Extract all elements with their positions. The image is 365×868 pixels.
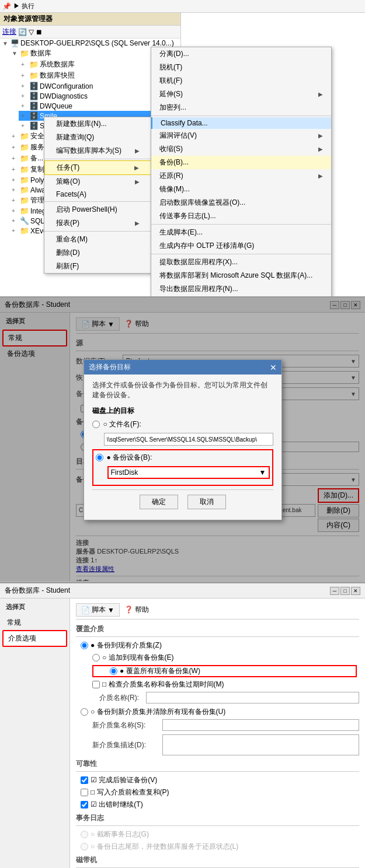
sql-folder-icon: 🔧	[20, 216, 29, 225]
overwrite-line	[76, 636, 359, 637]
ctx2-restore[interactable]: 还原(R) ▶	[151, 169, 331, 183]
ctx2-translog[interactable]: 传送事务日志(L)...	[151, 209, 331, 223]
script-button-3[interactable]: 📄 脚本 ▼	[76, 603, 120, 617]
maximize-btn-3[interactable]: □	[340, 587, 350, 595]
modal-close-btn[interactable]: ✕	[270, 363, 277, 372]
ctx2-shrink[interactable]: 收缩(S) ▶	[151, 142, 331, 156]
modal-disk-section: 磁盘上的目标	[92, 406, 273, 416]
left-panel-item-media-3[interactable]: 介质选项	[2, 630, 67, 647]
ctx1-report[interactable]: 报表(P) ▶	[44, 216, 151, 230]
ctx2-online[interactable]: 联机(F)	[151, 74, 331, 88]
overwrite-header: 覆盖介质	[76, 624, 359, 634]
window-bar-3: 备份数据库 - Student ─ □ ✕	[0, 583, 365, 598]
modal-file-input[interactable]	[104, 433, 273, 446]
radio-overwrite-label: ● 覆盖所有现有备份集(W)	[120, 666, 200, 676]
ctx1-sep3	[44, 231, 151, 232]
ctx2-gen-oltp[interactable]: 生成内存中 OLTP 迁移清单(G)	[151, 239, 331, 253]
ctx2-mirror-monitor[interactable]: 启动数据库镜像监视器(O)...	[151, 196, 331, 209]
check-continue-row: ☑ 出错时继续(T)	[76, 800, 359, 810]
server-label: DESKTOP-GUELRP2\SQLS (SQL Server 14.0...…	[20, 39, 174, 47]
right-panel-3: 📄 脚本 ▼ ❓ 帮助 覆盖介质 ● 备份到现有介质集(Z) ○ 追加到现有备份…	[70, 598, 365, 868]
modal-radio-device-label: ● 备份设备(B):	[107, 453, 152, 463]
modal-radio-device[interactable]	[96, 454, 103, 461]
ctx2-encrypt[interactable]: 加密列...	[151, 101, 331, 114]
serverobj-folder-icon: 📁	[20, 143, 29, 152]
polye-folder-icon: 📁	[20, 176, 29, 184]
toolbar-stop-icon[interactable]: ⏹	[36, 28, 43, 36]
right-toolbar-3: 📄 脚本 ▼ ❓ 帮助	[76, 603, 359, 620]
context-menu-2-tasks: 分离(D)... 脱机(T) 联机(F) 延伸(S) ▶ 加密列... Clas…	[151, 47, 332, 298]
ctx2-extract[interactable]: 提取数据层应用程序(X)...	[151, 256, 331, 269]
close-btn-3[interactable]: ✕	[351, 587, 360, 595]
media-name-input[interactable]	[146, 692, 359, 704]
manage-label: 管理	[30, 195, 44, 205]
script-icon-3: 📄	[81, 606, 90, 614]
sysdb-label: 系统数据库	[40, 60, 75, 69]
modal-cancel-btn[interactable]: 取消	[187, 495, 226, 509]
left-panel-item-general-3[interactable]: 常规	[2, 615, 67, 630]
check-continue[interactable]	[81, 801, 88, 808]
new-media-name-input[interactable]	[162, 719, 359, 731]
ctx2-stretch[interactable]: 延伸(S) ▶	[151, 88, 331, 101]
ctx2-export[interactable]: 导出数据层应用程序(N)...	[151, 282, 331, 296]
window-controls-3: ─ □ ✕	[330, 587, 360, 595]
media-name-label: 介质名称(R):	[99, 693, 146, 703]
minimize-btn-3[interactable]: ─	[330, 587, 339, 595]
modal-radio-file[interactable]	[92, 421, 100, 428]
ctx1-refresh[interactable]: 刷新(F)	[44, 260, 151, 273]
ctx2-gen-script[interactable]: 生成脚本(E)...	[151, 226, 331, 239]
modal-radio-file-row: ○ 文件名(F):	[92, 419, 273, 429]
modal-file-input-row	[92, 433, 273, 446]
toolbar-icon-execute[interactable]: ▶ 执行	[13, 2, 34, 10]
expand-manage-icon: +	[12, 197, 19, 204]
ctx1-rename[interactable]: 重命名(M)	[44, 233, 151, 246]
ctx1-powershell[interactable]: 启动 PowerShell(H)	[44, 203, 151, 216]
new-media-desc-input[interactable]	[162, 734, 359, 755]
xeve-folder-icon: 📁	[20, 226, 29, 235]
ctx2-vuln[interactable]: 漏洞评估(V) ▶	[151, 129, 331, 142]
ctx2-backup[interactable]: 备份(B)...	[151, 156, 331, 169]
sql-label: SQL	[30, 217, 44, 225]
radio-append[interactable]	[81, 642, 88, 649]
repl-label: 复制	[30, 164, 44, 174]
check-expiry[interactable]	[92, 681, 100, 688]
ctx1-policy[interactable]: 策略(O) ▶	[44, 175, 151, 188]
toolbar-refresh-icon[interactable]: 🔄	[18, 28, 27, 36]
ctx2-offline[interactable]: 脱机(T)	[151, 61, 331, 74]
ctx1-script[interactable]: 编写数据库脚本为(S) ▶	[44, 144, 151, 158]
connect-label[interactable]: 连接	[2, 27, 16, 37]
reliability-header: 可靠性	[76, 759, 359, 769]
ctx2-detach[interactable]: 分离(D)...	[151, 47, 331, 61]
ctx1-tasks[interactable]: 任务(T) ▶	[44, 160, 151, 175]
reliability-line	[76, 771, 359, 772]
ctx2-sep2	[151, 224, 331, 225]
check-verify-row: ☑ 完成后验证备份(V)	[76, 775, 359, 785]
ctx2-deploy[interactable]: 将数据库部署到 Microsoft Azure SQL 数据库(A)...	[151, 269, 331, 282]
radio-truncate-label: ○ 截断事务日志(G)	[91, 830, 149, 839]
expand-serverobj-icon: +	[12, 144, 19, 150]
radio-no-recovery[interactable]	[81, 843, 88, 850]
manage-folder-icon: 📁	[20, 196, 29, 205]
toolbar-filter-icon[interactable]: ▽	[29, 28, 34, 36]
help-label-3[interactable]: ❓ 帮助	[124, 605, 149, 615]
radio-truncate[interactable]	[81, 831, 88, 838]
check-checksum[interactable]	[81, 789, 88, 796]
ctx1-facets[interactable]: Facets(A)	[44, 188, 151, 200]
expand-s-icon: +	[21, 123, 28, 129]
obj-explorer-toolbar: 连接 🔄 ▽ ⏹	[0, 26, 180, 38]
radio-append-sub1[interactable]	[92, 654, 100, 662]
ctx1-new-query[interactable]: 新建查询(Q)	[44, 131, 151, 144]
ctx1-new-db[interactable]: 新建数据库(N)...	[44, 117, 151, 131]
modal-title-bar: 选择备份目标 ✕	[84, 360, 281, 374]
radio-new[interactable]	[81, 708, 88, 716]
radio-overwrite[interactable]	[110, 667, 117, 675]
check-verify[interactable]	[81, 776, 88, 784]
ctx1-delete[interactable]: 删除(D)	[44, 246, 151, 260]
check-expiry-label: □ 检查介质集名称和备份集过期时间(M)	[102, 680, 224, 690]
modal-ok-btn[interactable]: 确定	[140, 495, 178, 509]
expand-dwconfig-icon: +	[21, 83, 28, 89]
ctx2-classify[interactable]: Classify Data...	[151, 117, 331, 129]
radio-new-row: ○ 备份到新介质集并清除所有现有备份集(U)	[76, 707, 359, 717]
modal-device-combo[interactable]: FirstDisk ▼	[107, 466, 270, 479]
ctx2-mirror[interactable]: 镜像(M)...	[151, 183, 331, 196]
